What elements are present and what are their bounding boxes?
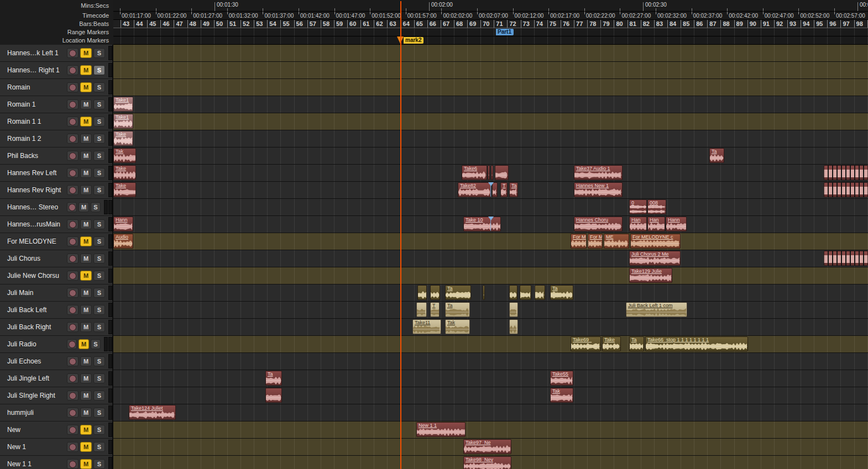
track-lane[interactable]: Tak [113, 387, 868, 404]
solo-button[interactable]: S [93, 254, 105, 264]
track-lane[interactable]: Take [113, 130, 868, 147]
range-markers-row[interactable]: Part1 [113, 28, 868, 36]
audio-region[interactable] [509, 319, 518, 334]
track-lane[interactable]: Take1 [113, 113, 868, 130]
track-lane[interactable]: TakTa [113, 147, 868, 165]
record-arm-button[interactable] [67, 99, 79, 109]
audio-region[interactable] [416, 302, 427, 317]
audio-region[interactable]: New 1 1 [416, 422, 466, 437]
track-lane[interactable]: HannTake 10Hannes ChoruHanHanHann [113, 216, 868, 233]
solo-button[interactable]: S [93, 185, 105, 195]
solo-button[interactable]: S [93, 271, 105, 281]
audio-region[interactable]: Take82 [458, 182, 491, 197]
record-arm-button[interactable] [67, 82, 79, 92]
track-lane[interactable] [113, 353, 868, 370]
track-lane[interactable] [113, 79, 868, 96]
track-lane[interactable]: New 1 1 [113, 421, 868, 439]
track-name-label[interactable]: Julie New Chorsu [0, 272, 65, 280]
track-lane[interactable]: Take1 [113, 96, 868, 113]
record-arm-button[interactable] [67, 185, 79, 195]
audio-region[interactable]: For ME [588, 234, 603, 249]
mute-button[interactable]: M [80, 305, 92, 315]
track-lane[interactable]: Juli Chorus 2 Me [113, 250, 868, 267]
audio-region[interactable]: Take [113, 131, 133, 146]
solo-button[interactable]: S [93, 168, 105, 178]
track-lane[interactable]: Take124 Juliet [113, 404, 868, 421]
audio-region[interactable]: Tak [113, 148, 136, 163]
audio-region[interactable] [824, 251, 868, 266]
audio-region[interactable] [265, 388, 282, 403]
region-sync-marker-icon[interactable] [488, 182, 494, 186]
audio-region[interactable]: Hannes Choru [574, 217, 623, 231]
solo-button[interactable]: S [93, 236, 105, 246]
track-lane[interactable]: Take69_TakeTaTake66_stop 1 1 1 1 1 1 1 1 [113, 336, 868, 353]
audio-region[interactable]: For MELODYNE c [630, 234, 681, 249]
record-arm-button[interactable] [67, 65, 79, 75]
mute-button[interactable]: M [80, 65, 92, 75]
audio-region[interactable]: Take97_Ne [463, 439, 511, 454]
location-markers-row[interactable]: mark2 [113, 36, 868, 45]
mute-button[interactable]: M [80, 408, 92, 418]
record-arm-button[interactable] [67, 322, 79, 332]
audio-region[interactable] [495, 165, 509, 180]
solo-button[interactable]: S [93, 288, 105, 298]
mute-button[interactable]: M [80, 185, 92, 195]
bars-ruler-row[interactable]: 4344454647484950515253545556575859606162… [113, 20, 868, 28]
audio-region[interactable]: T [430, 302, 440, 317]
audio-region[interactable]: Ta [550, 285, 573, 300]
audio-region[interactable]: Take1 [113, 97, 133, 112]
track-lane[interactable] [113, 45, 868, 62]
audio-region[interactable]: Ta [445, 302, 470, 317]
track-name-label[interactable]: Hannes… Right 1 [0, 66, 65, 74]
mute-button[interactable]: M [80, 442, 92, 452]
solo-button[interactable]: S [91, 339, 101, 349]
audio-region[interactable]: Take11 [412, 319, 441, 334]
record-arm-button[interactable] [67, 168, 79, 178]
playhead[interactable] [400, 1, 401, 469]
track-lane[interactable]: 0008 [113, 199, 868, 216]
track-name-label[interactable]: For MELODYNE [0, 238, 65, 245]
track-name-label[interactable]: Juli SIngle Right [0, 392, 65, 399]
track-name-label[interactable]: Hannes Rev Left [0, 169, 65, 177]
mute-button[interactable]: M [80, 82, 92, 92]
audio-region[interactable] [488, 165, 490, 180]
record-arm-button[interactable] [67, 271, 79, 281]
record-arm-button[interactable] [67, 219, 79, 229]
mute-button[interactable]: M [80, 254, 92, 264]
record-arm-button[interactable] [67, 48, 79, 58]
solo-button[interactable]: S [93, 82, 105, 92]
track-name-label[interactable]: hummjuli [0, 409, 65, 417]
solo-button[interactable]: S [93, 408, 105, 418]
track-name-label[interactable]: Hannes…k Left 1 [0, 49, 65, 57]
track-name-label[interactable]: Juli Echoes [0, 357, 65, 365]
solo-button[interactable]: S [93, 134, 105, 144]
solo-button[interactable]: S [93, 305, 105, 315]
audio-region[interactable]: Tak [550, 388, 573, 403]
audio-region[interactable]: Take1 [113, 114, 133, 129]
record-arm-button[interactable] [67, 459, 79, 469]
mute-button[interactable]: M [80, 236, 92, 246]
mute-button[interactable]: M [80, 134, 92, 144]
audio-region[interactable]: Audio [113, 234, 133, 249]
audio-region[interactable]: Hann [666, 217, 687, 231]
audio-region[interactable]: Take129 Julie [629, 268, 672, 283]
region-sync-marker-icon[interactable] [488, 217, 494, 220]
audio-region[interactable]: Take124 Juliet [129, 405, 176, 420]
track-name-label[interactable]: Juli Radio [0, 340, 65, 348]
track-name-label[interactable]: Romain [0, 83, 65, 91]
track-name-label[interactable]: Romain 1 1 [0, 118, 65, 125]
record-arm-button[interactable] [67, 305, 79, 315]
mute-button[interactable]: M [80, 391, 92, 401]
mute-button[interactable]: M [80, 425, 92, 435]
mute-button[interactable]: M [80, 459, 92, 469]
track-lane[interactable]: TaTake55 [113, 370, 868, 387]
mute-button[interactable]: M [80, 356, 92, 366]
track-name-label[interactable]: Romain 1 2 [0, 135, 65, 143]
track-name-label[interactable]: New [0, 426, 65, 434]
mute-button[interactable]: M [79, 339, 88, 349]
audio-region[interactable] [483, 285, 485, 300]
audio-region[interactable]: Hann [113, 217, 133, 231]
audio-region[interactable]: Hannes New 1 [574, 182, 623, 197]
audio-region[interactable]: Tak [445, 319, 470, 334]
record-arm-button[interactable] [67, 442, 79, 452]
